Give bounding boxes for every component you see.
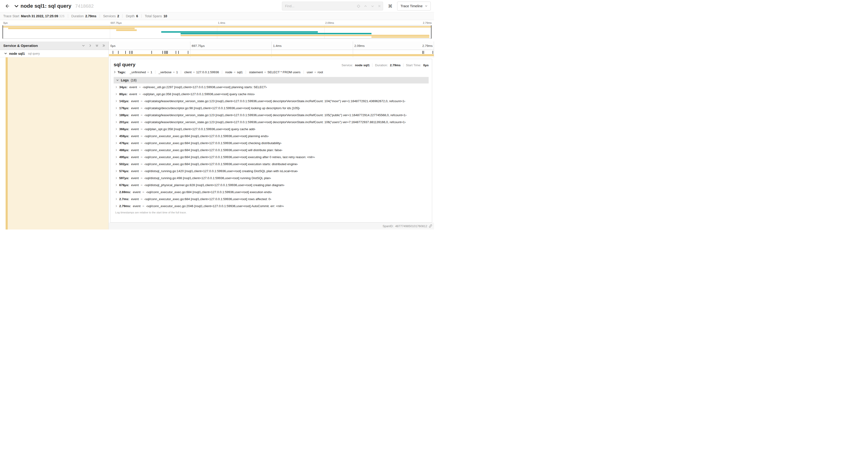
log-field-key: event: [131, 148, 139, 152]
log-field-value: ‹sql/conn_executor_exec.go:684 [nsql1,cl…: [145, 197, 271, 201]
log-row[interactable]: 201μs: event = ‹sql/catalog/lease/descri…: [114, 119, 429, 126]
trace-minimap: 0μs697.75μs1.4ms2.09ms2.79ms: [2, 21, 432, 39]
operation-name: sql query: [28, 52, 40, 55]
minimap-left-scrubber[interactable]: [3, 25, 3, 38]
equals-sign: =: [142, 204, 144, 208]
log-row[interactable]: 2.79ms: event = ‹sql/conn_executor_exec.…: [114, 202, 429, 209]
span-duration-bar[interactable]: [109, 54, 434, 56]
chevron-right-icon[interactable]: [89, 44, 92, 47]
summary-item-value: 10: [163, 14, 167, 18]
log-row[interactable]: 574μs: event = ‹sql/distsql_running.go:1…: [114, 167, 429, 174]
log-row[interactable]: 476μs: event = ‹sql/conn_executor_exec.g…: [114, 139, 429, 146]
trace-summary-bar: Trace Start March 31 2022, 17:25:09.326 …: [0, 12, 434, 20]
tag-key: _verbose: [158, 70, 172, 74]
log-field-value: ‹sql/conn_executor_exec.go:684 [nsql1,cl…: [145, 162, 298, 166]
log-field-value: ‹sql/catalog/lease/descriptor_version_st…: [145, 113, 406, 117]
equals-sign: =: [147, 70, 149, 74]
match-locate-icon[interactable]: [355, 2, 362, 10]
log-timestamp: 2.69ms:: [119, 190, 131, 194]
span-detail-header: sql query Service: node sql1 Duration: 2…: [114, 62, 429, 67]
tags-list: _unfinished = 1 _verbose = 1: [127, 70, 326, 74]
log-row[interactable]: 2.7ms: event = ‹sql/conn_executor_exec.g…: [114, 195, 429, 202]
find-result-controls: [355, 2, 383, 10]
summary-item-value: 2.79ms: [85, 14, 96, 18]
log-row[interactable]: 486μs: event = ‹sql/conn_executor_exec.g…: [114, 146, 429, 154]
log-row[interactable]: 34μs: event = ‹sql/exec_util.go:2297 [ns…: [114, 84, 429, 91]
log-row[interactable]: 80μs: event = ‹sql/plan_opt.go:358 [nsql…: [114, 91, 429, 97]
log-row[interactable]: 459μs: event = ‹sql/conn_executor_exec.g…: [114, 132, 429, 139]
log-row[interactable]: 2.69ms: event = ‹sql/conn_executor_exec.…: [114, 189, 429, 195]
minimap-bars: [3, 25, 431, 38]
minimap-right-scrubber[interactable]: [431, 25, 431, 38]
find-input[interactable]: [285, 2, 355, 10]
keyboard-shortcuts-button[interactable]: ⌘: [386, 2, 394, 10]
summary-item-label: Duration: [71, 14, 84, 18]
tags-accordion[interactable]: Tags: _unfinished = 1 _verbose: [114, 70, 429, 74]
log-timestamp: 495μs:: [119, 155, 129, 159]
tag-value: 127.0.0.1:59936: [196, 70, 219, 74]
span-detail-title: sql query: [114, 62, 135, 67]
back-button[interactable]: [3, 2, 12, 10]
summary-item: Total Spans 10: [142, 14, 170, 18]
span-name-cell[interactable]: node sql1 sql query: [0, 50, 109, 57]
tag-item[interactable]: _verbose = 1: [155, 70, 181, 74]
minimap-canvas[interactable]: [2, 25, 432, 39]
trace-title-text: node sql1: sql query: [21, 3, 71, 9]
tag-item[interactable]: user = root: [304, 70, 326, 74]
log-field-value: ‹sql/catalog/lease/descriptor_version_st…: [145, 99, 405, 103]
equals-sign: =: [141, 134, 143, 138]
span-detail-name-column: [0, 57, 109, 230]
tag-item[interactable]: statement = SELECT * FROM users: [246, 70, 304, 74]
chevron-right-icon: [115, 176, 117, 180]
summary-item-label: Total Spans: [145, 14, 162, 18]
double-chevron-down-icon[interactable]: [95, 44, 98, 47]
trace-view-dropdown[interactable]: Trace Timeline: [397, 2, 431, 10]
collapse-controls: [82, 44, 105, 47]
log-field-key: event: [131, 169, 139, 173]
log-row[interactable]: 495μs: event = ‹sql/conn_executor_exec.g…: [114, 154, 429, 160]
double-chevron-right-icon[interactable]: [102, 44, 105, 47]
tag-item[interactable]: node = sql1: [222, 70, 246, 74]
equals-sign: =: [139, 92, 141, 96]
span-detail-panel: sql query Service: node sql1 Duration: 2…: [110, 59, 432, 223]
tag-item[interactable]: _unfinished = 1: [127, 70, 155, 74]
span-detail-accent: [6, 57, 108, 230]
tag-value: SELECT * FROM users: [268, 70, 301, 74]
tag-item[interactable]: client = 127.0.0.1:59936: [181, 70, 222, 74]
log-row[interactable]: 678μs: event = ‹sql/distsql_physical_pla…: [114, 182, 429, 189]
log-timestamp: 366μs:: [119, 127, 129, 131]
log-row[interactable]: 597μs: event = ‹sql/distsql_running.go:4…: [114, 174, 429, 182]
summary-item-label: Trace Start: [3, 14, 19, 18]
log-field-value: ‹sql/plan_opt.go:358 [nsql1,client=127.0…: [145, 127, 255, 131]
clear-search-icon[interactable]: [376, 2, 383, 10]
log-row[interactable]: 142μs: event = ‹sql/catalog/lease/descri…: [114, 97, 429, 104]
timeline-header: Service & Operation 0μs697.75μs1.4ms2.09…: [0, 41, 434, 50]
link-icon[interactable]: [429, 224, 432, 228]
spanid-label: SpanID:: [383, 224, 394, 228]
chevron-down-icon[interactable]: [82, 44, 85, 47]
chevron-right-icon: [115, 169, 117, 173]
equals-sign: =: [141, 127, 143, 131]
equals-sign: =: [141, 106, 143, 110]
log-timestamp: 486μs:: [119, 148, 129, 152]
log-timestamp: 34μs:: [119, 85, 127, 89]
log-field-key: event: [133, 190, 141, 194]
log-row[interactable]: 502μs: event = ‹sql/conn_executor_exec.g…: [114, 160, 429, 167]
timeline-left-header: Service & Operation: [0, 41, 109, 50]
equals-sign: =: [139, 85, 141, 89]
tag-key: user: [307, 70, 313, 74]
log-timestamp: 176μs:: [119, 106, 129, 110]
chevron-right-icon: [115, 85, 117, 89]
equals-sign: =: [193, 70, 195, 74]
collapse-header-chevron-down-icon[interactable]: [14, 4, 19, 8]
prev-result-chevron-up-icon[interactable]: [362, 2, 369, 10]
chevron-right-icon: [115, 190, 117, 194]
summary-item: Depth 6: [122, 14, 141, 18]
log-row[interactable]: 366μs: event = ‹sql/plan_opt.go:358 [nsq…: [114, 126, 429, 132]
span-info-value: node sql1: [355, 63, 370, 67]
next-result-chevron-down-icon[interactable]: [369, 2, 376, 10]
log-timestamp: 142μs:: [119, 99, 129, 103]
log-row[interactable]: 176μs: event = ‹sql/catalog/descs/descri…: [114, 104, 429, 111]
logs-accordion-header[interactable]: Logs (18): [114, 77, 429, 84]
log-row[interactable]: 189μs: event = ‹sql/catalog/lease/descri…: [114, 111, 429, 119]
